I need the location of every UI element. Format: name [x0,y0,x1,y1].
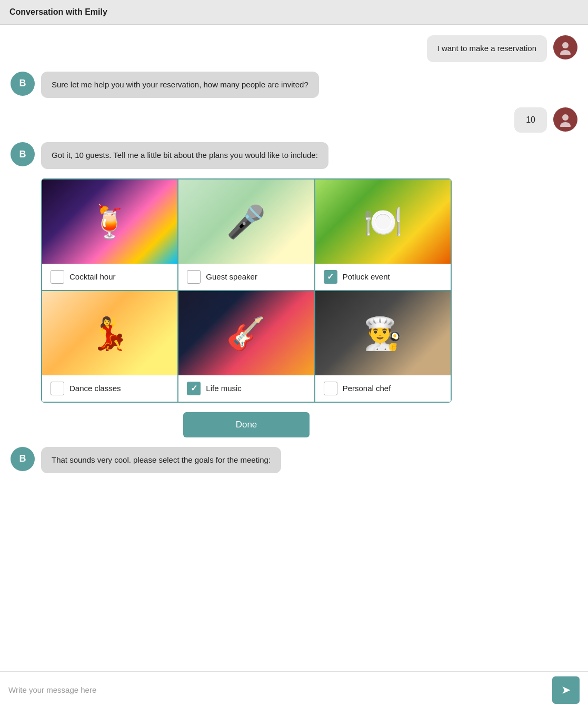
option-checkbox-cocktail[interactable] [51,270,64,284]
option-label-row-music: Life music [178,375,314,402]
bubble-user-2: 10 [514,107,547,133]
option-label-row-dance: Dance classes [42,375,177,402]
svg-point-3 [560,122,571,127]
svg-point-1 [560,50,571,55]
option-label-row-potluck: Potluck event [315,264,451,290]
option-checkbox-music[interactable] [187,382,201,395]
done-row: Done [41,412,452,437]
option-checkbox-dance[interactable] [51,382,64,395]
option-label-row-speaker: Guest speaker [178,264,314,290]
bubble-bot-2: Got it, 10 guests. Tell me a little bit … [41,142,328,169]
option-cell-dance: Dance classes [42,291,178,402]
option-image-chef [315,291,451,375]
message-row-2: B Sure let me help you with your reserva… [11,72,577,98]
option-label-row-cocktail: Cocktail hour [42,264,177,290]
option-image-potluck [315,180,451,264]
option-label-dance: Dance classes [69,384,121,393]
chat-area: I want to make a reservation B Sure let … [0,25,588,671]
option-label-cocktail: Cocktail hour [69,272,116,281]
option-image-music [178,291,314,375]
option-image-cocktail [42,180,177,264]
bot-avatar-1: B [11,72,35,96]
options-grid-wrapper: Cocktail hour Guest speaker Potluck even… [41,178,452,403]
option-cell-music: Life music [178,291,314,402]
option-checkbox-chef[interactable] [324,382,337,395]
send-button[interactable]: ➤ [552,676,580,704]
option-image-dance [42,291,177,375]
option-checkbox-potluck[interactable] [324,270,337,284]
user-avatar-2 [553,107,577,132]
message-row-5: B That sounds very cool. please select t… [11,447,577,474]
option-cell-potluck: Potluck event [315,179,451,291]
options-grid: Cocktail hour Guest speaker Potluck even… [42,179,451,402]
bubble-user-1: I want to make a reservation [427,35,547,62]
conversation-title: Conversation with Emily [9,7,107,16]
bubble-bot-1: Sure let me help you with your reservati… [41,72,319,98]
option-image-speaker [178,180,314,264]
input-placeholder[interactable]: Write your message here [8,685,552,694]
option-label-music: Life music [206,384,242,393]
option-label-chef: Personal chef [343,384,391,393]
option-label-row-chef: Personal chef [315,375,451,402]
message-row-3: 10 [11,107,577,133]
input-bar: Write your message here ➤ [0,671,588,708]
message-row-1: I want to make a reservation [11,35,577,62]
send-icon: ➤ [561,683,571,697]
option-checkbox-speaker[interactable] [187,270,201,284]
svg-point-0 [562,42,569,48]
title-bar: Conversation with Emily [0,0,588,25]
option-label-speaker: Guest speaker [206,272,257,281]
bot-avatar-2: B [11,142,35,166]
svg-point-2 [562,114,569,121]
option-label-potluck: Potluck event [343,272,390,281]
user-avatar-1 [553,35,577,59]
message-row-4: B Got it, 10 guests. Tell me a little bi… [11,142,577,169]
option-cell-cocktail: Cocktail hour [42,179,178,291]
bubble-bot-3: That sounds very cool. please select the… [41,447,281,474]
bot-avatar-3: B [11,447,35,471]
option-cell-speaker: Guest speaker [178,179,314,291]
option-cell-chef: Personal chef [315,291,451,402]
done-button[interactable]: Done [183,412,310,437]
